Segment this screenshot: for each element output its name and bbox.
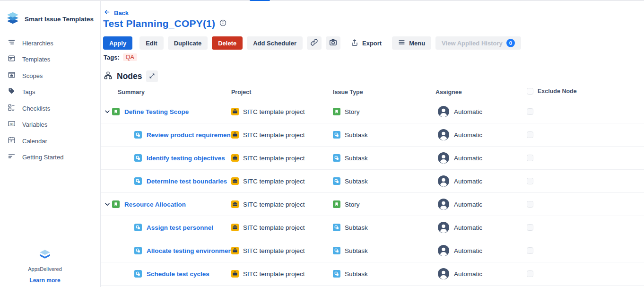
summary-link[interactable]: Review product requirements: [147, 131, 236, 139]
sidebar-item-label: Templates: [22, 56, 50, 63]
summary-link[interactable]: Determine test boundaries: [147, 178, 227, 185]
avatar-icon: [438, 268, 449, 279]
issue-type-icon: [333, 200, 340, 208]
summary-cell: Define Testing Scope: [112, 100, 189, 123]
sidebar-item-label: Calendar: [22, 138, 47, 145]
sidebar-item-label: Hierarchies: [22, 40, 53, 47]
avatar-icon: [438, 222, 449, 233]
add-scheduler-button[interactable]: Add Scheduler: [247, 36, 303, 50]
exclude-node-checkbox[interactable]: [527, 224, 533, 231]
project-name: SITC template project: [243, 247, 305, 254]
issue-type-label: Subtask: [345, 270, 368, 278]
summary-link[interactable]: Allocate testing environments a: [147, 247, 234, 254]
issue-type-icon: [333, 131, 340, 139]
exclude-node-checkbox[interactable]: [527, 131, 533, 138]
issue-type-label: Subtask: [345, 131, 368, 139]
subtask-icon: [333, 247, 340, 254]
expand-nodes-button[interactable]: [146, 70, 158, 82]
templates-icon: [8, 54, 16, 64]
summary-type-icon: [134, 177, 142, 185]
exclude-node-checkbox[interactable]: [527, 108, 533, 115]
summary-link[interactable]: Define Testing Scope: [124, 108, 189, 115]
export-button[interactable]: Export: [345, 36, 388, 50]
summary-link[interactable]: Schedule test cycles: [147, 270, 209, 278]
sidebar-item-getting-started[interactable]: Getting Started: [0, 149, 100, 166]
tag-chip-qa[interactable]: QA: [123, 53, 137, 61]
issue-type-cell: Subtask: [333, 216, 368, 239]
table-row: Review product requirements SITC templat…: [101, 123, 644, 147]
assignee-cell: Automatic: [438, 170, 482, 192]
apply-button[interactable]: Apply: [103, 36, 132, 50]
summary-link[interactable]: Identify testing objectives: [147, 155, 225, 162]
sidebar-item-checklists[interactable]: Checklists: [0, 100, 100, 117]
edit-button[interactable]: Edit: [139, 36, 164, 50]
project-cell: SITC template project: [231, 170, 305, 192]
exclude-node-checkbox[interactable]: [527, 201, 533, 208]
exclude-cell: [527, 216, 533, 239]
assignee-cell: Automatic: [438, 262, 482, 285]
exclude-node-checkbox[interactable]: [527, 178, 533, 184]
view-applied-history-button[interactable]: View Applied History 0: [435, 36, 521, 50]
issue-type-icon: [333, 270, 340, 278]
sidebar-item-templates[interactable]: Templates: [0, 52, 100, 68]
sidebar-item-tags[interactable]: Tags: [0, 84, 100, 101]
exclude-node-checkbox[interactable]: [527, 247, 533, 254]
chevron-down-icon[interactable]: [104, 193, 111, 216]
copy-link-button[interactable]: [307, 36, 322, 50]
exclude-node-checkbox[interactable]: [527, 155, 533, 161]
project-cell: SITC template project: [231, 239, 305, 262]
main-content: Back Test Planning_COPY(1) Apply Edit Du…: [101, 1, 644, 287]
assignee-cell: Automatic: [438, 216, 482, 239]
checklists-icon: [8, 104, 16, 113]
column-header-summary: Summary: [118, 89, 145, 96]
screenshot-button[interactable]: [326, 36, 340, 50]
summary-link[interactable]: Resource Allocation: [124, 201, 186, 208]
avatar-icon: [438, 106, 449, 117]
history-count-badge: 0: [506, 39, 515, 47]
tags-row: Tags: QA: [104, 53, 137, 61]
nodes-title: Nodes: [117, 71, 142, 81]
duplicate-button[interactable]: Duplicate: [168, 36, 208, 50]
subtask-icon: [134, 270, 142, 278]
menu-button[interactable]: Menu: [392, 36, 431, 50]
story-icon: [112, 200, 120, 208]
back-link[interactable]: Back: [104, 9, 129, 17]
delete-button[interactable]: Delete: [212, 36, 243, 50]
project-cell: SITC template project: [231, 100, 305, 123]
svg-text:(x): (x): [10, 122, 13, 125]
exclude-node-checkbox[interactable]: [527, 270, 533, 277]
assignee-name: Automatic: [454, 201, 482, 208]
project-icon: [231, 200, 239, 208]
exclude-cell: [527, 123, 533, 146]
sidebar-item-variables[interactable]: (x) Variables: [0, 117, 100, 133]
issue-type-cell: Story: [333, 193, 360, 216]
calendar-icon: [8, 136, 16, 146]
info-icon[interactable]: [219, 19, 226, 28]
assignee-name: Automatic: [454, 155, 482, 162]
assignee-cell: Automatic: [438, 193, 482, 216]
appsdelivered-logo-icon: [39, 253, 51, 261]
summary-link[interactable]: Assign test personnel: [147, 224, 213, 231]
sidebar-item-hierarchies[interactable]: Hierarchies: [0, 35, 100, 52]
issue-type-icon: [333, 177, 340, 185]
avatar-icon: [438, 199, 449, 210]
project-cell: SITC template project: [231, 193, 305, 216]
issue-type-label: Subtask: [345, 247, 368, 254]
table-row: Identify testing objectives SITC templat…: [101, 147, 644, 170]
learn-more-link[interactable]: Learn more: [29, 277, 60, 284]
sidebar-item-calendar[interactable]: Calendar: [0, 133, 100, 149]
column-header-exclude-node: Exclude Node: [527, 88, 577, 95]
subtask-icon: [134, 224, 142, 231]
issue-type-cell: Subtask: [333, 147, 368, 169]
exclude-all-checkbox[interactable]: [527, 88, 533, 95]
sidebar-item-scopes[interactable]: Scopes: [0, 68, 100, 84]
sidebar-item-label: Getting Started: [22, 154, 63, 161]
story-icon: [112, 108, 120, 115]
issue-type-label: Subtask: [345, 178, 368, 185]
sidebar-item-label: Checklists: [22, 105, 50, 112]
summary-type-icon: [134, 154, 142, 162]
chevron-down-icon[interactable]: [104, 100, 111, 123]
appsdelivered-label: AppsDelivered: [0, 266, 90, 272]
subtask-icon: [333, 224, 340, 231]
table-row: Assign test personnel SITC template proj…: [101, 216, 644, 239]
